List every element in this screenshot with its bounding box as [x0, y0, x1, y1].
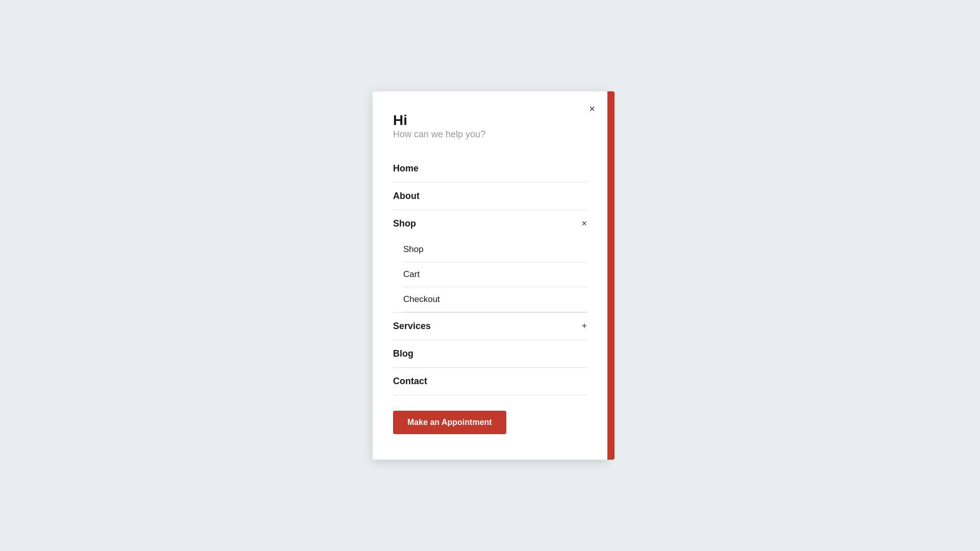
nav-label-services: Services	[393, 321, 431, 332]
nav-label-shop: Shop	[393, 218, 416, 229]
shop-submenu: Shop Cart Checkout	[393, 237, 587, 312]
submenu-link-shop[interactable]: Shop	[403, 237, 587, 262]
nav-list: Home About Shop × Shop Cart	[393, 155, 587, 395]
close-button[interactable]: ×	[587, 102, 597, 116]
submenu-item-shop: Shop	[403, 237, 587, 262]
nav-item-services: Services +	[393, 313, 587, 340]
nav-link-contact[interactable]: Contact	[393, 368, 587, 395]
modal-wrapper: × Hi How can we help you? Home About Sho…	[373, 91, 607, 460]
nav-link-shop[interactable]: Shop ×	[393, 210, 587, 237]
submenu-item-checkout: Checkout	[403, 287, 587, 312]
nav-link-services[interactable]: Services +	[393, 313, 587, 340]
shop-collapse-icon: ×	[581, 218, 587, 229]
submenu-item-cart: Cart	[403, 262, 587, 287]
nav-link-home[interactable]: Home	[393, 155, 587, 182]
appointment-button[interactable]: Make an Appointment	[393, 411, 506, 434]
nav-link-about[interactable]: About	[393, 183, 587, 210]
submenu-link-cart[interactable]: Cart	[403, 262, 587, 287]
red-accent-bar	[607, 91, 615, 460]
nav-item-home: Home	[393, 155, 587, 183]
greeting-subtitle: How can we help you?	[393, 129, 587, 140]
nav-label-blog: Blog	[393, 348, 413, 359]
nav-link-blog[interactable]: Blog	[393, 340, 587, 367]
nav-item-shop: Shop × Shop Cart Checkout	[393, 210, 587, 313]
nav-label-about: About	[393, 191, 420, 202]
nav-item-about: About	[393, 183, 587, 210]
services-expand-icon: +	[581, 321, 587, 332]
nav-item-blog: Blog	[393, 340, 587, 368]
modal-panel: × Hi How can we help you? Home About Sho…	[373, 91, 607, 460]
greeting-section: Hi How can we help you?	[393, 112, 587, 140]
greeting-hi: Hi	[393, 112, 587, 129]
nav-item-contact: Contact	[393, 368, 587, 395]
nav-label-home: Home	[393, 163, 419, 174]
nav-label-contact: Contact	[393, 376, 427, 387]
submenu-link-checkout[interactable]: Checkout	[403, 287, 587, 312]
